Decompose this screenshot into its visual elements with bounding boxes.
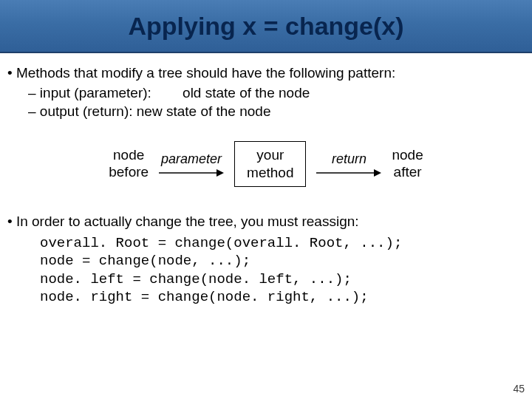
diagram-node-after: node after — [392, 147, 423, 181]
code-line-2: node = change(node, ...); — [40, 252, 525, 270]
arrow-label-parameter: parameter — [161, 151, 222, 167]
arrow-right-icon — [316, 168, 381, 177]
arrow-parameter-wrap: parameter — [159, 151, 224, 177]
arrow-return-wrap: return — [316, 151, 381, 177]
diagram-node-before: node before — [109, 147, 149, 181]
slide-number: 45 — [513, 383, 525, 395]
sub-bullet-input: – input (parameter): old state of the no… — [28, 84, 525, 103]
bullet-2: • In order to actually change the tree, … — [7, 214, 525, 230]
svg-marker-3 — [374, 169, 381, 177]
bullet-1: • Methods that modify a tree should have… — [7, 65, 525, 81]
flow-diagram: node before parameter your method return… — [7, 141, 525, 187]
slide-title: Applying x = change(x) — [128, 12, 403, 41]
diagram-method-box: your method — [234, 141, 306, 187]
title-bar: Applying x = change(x) — [0, 0, 532, 53]
arrow-right-icon — [159, 168, 224, 177]
code-line-3: node. left = change(node. left, ...); — [40, 270, 525, 288]
slide-body: • Methods that modify a tree should have… — [0, 53, 532, 306]
code-block: overall. Root = change(overall. Root, ..… — [40, 234, 525, 306]
svg-marker-1 — [216, 169, 224, 177]
code-line-1: overall. Root = change(overall. Root, ..… — [40, 234, 525, 252]
code-line-4: node. right = change(node. right, ...); — [40, 288, 525, 306]
sub-bullet-list: – input (parameter): old state of the no… — [28, 84, 525, 120]
sub-bullet-output: – output (return): new state of the node — [28, 103, 525, 121]
arrow-label-return: return — [332, 151, 366, 167]
